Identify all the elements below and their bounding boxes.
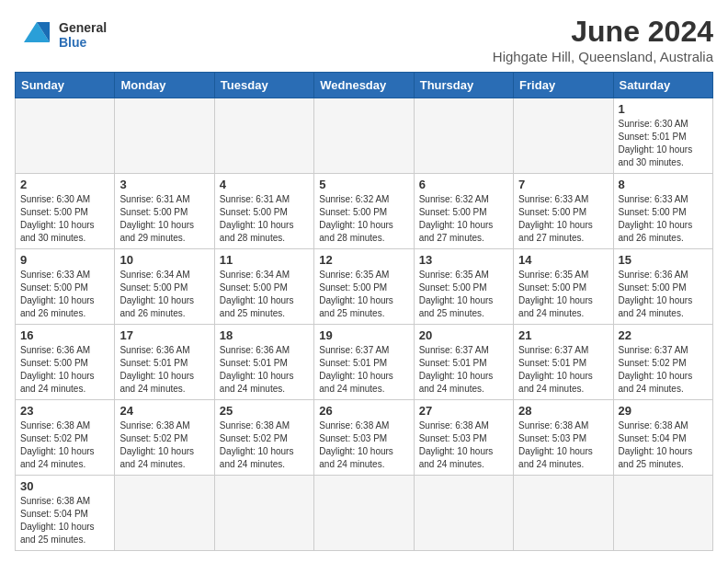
day-cell: 10Sunrise: 6:34 AM Sunset: 5:00 PM Dayli… (115, 249, 214, 325)
day-info: Sunrise: 6:38 AM Sunset: 5:02 PM Dayligh… (20, 419, 109, 471)
day-number: 16 (20, 328, 109, 342)
day-number: 22 (619, 328, 708, 342)
day-cell: 14Sunrise: 6:35 AM Sunset: 5:00 PM Dayli… (514, 249, 613, 325)
day-info: Sunrise: 6:37 AM Sunset: 5:01 PM Dayligh… (518, 344, 608, 396)
day-cell: 15Sunrise: 6:36 AM Sunset: 5:00 PM Dayli… (613, 249, 712, 325)
day-cell: 25Sunrise: 6:38 AM Sunset: 5:02 PM Dayli… (214, 400, 313, 476)
header-cell-friday: Friday (514, 73, 613, 98)
day-info: Sunrise: 6:35 AM Sunset: 5:00 PM Dayligh… (319, 269, 408, 320)
logo: GeneralBlue (15, 15, 107, 55)
week-row-2: 2Sunrise: 6:30 AM Sunset: 5:00 PM Daylig… (16, 174, 713, 249)
day-cell: 1Sunrise: 6:30 AM Sunset: 5:01 PM Daylig… (613, 98, 712, 174)
week-row-5: 23Sunrise: 6:38 AM Sunset: 5:02 PM Dayli… (16, 400, 713, 476)
day-cell: 13Sunrise: 6:35 AM Sunset: 5:00 PM Dayli… (414, 249, 513, 325)
day-number: 17 (119, 328, 209, 342)
week-row-6: 30Sunrise: 6:38 AM Sunset: 5:04 PM Dayli… (16, 476, 713, 551)
day-cell (16, 98, 115, 174)
day-info: Sunrise: 6:38 AM Sunset: 5:02 PM Dayligh… (119, 419, 209, 471)
day-info: Sunrise: 6:38 AM Sunset: 5:04 PM Dayligh… (20, 495, 109, 546)
day-cell: 27Sunrise: 6:38 AM Sunset: 5:03 PM Dayli… (414, 400, 513, 476)
day-info: Sunrise: 6:30 AM Sunset: 5:01 PM Dayligh… (619, 118, 708, 169)
logo-graphic (15, 15, 55, 55)
day-cell (115, 98, 214, 174)
day-cell: 23Sunrise: 6:38 AM Sunset: 5:02 PM Dayli… (16, 400, 115, 476)
day-number: 7 (518, 178, 608, 191)
day-number: 6 (419, 178, 508, 191)
day-cell (214, 476, 313, 551)
day-info: Sunrise: 6:36 AM Sunset: 5:01 PM Dayligh… (220, 344, 309, 396)
day-cell: 20Sunrise: 6:37 AM Sunset: 5:01 PM Dayli… (414, 325, 513, 400)
day-number: 11 (220, 253, 309, 267)
day-info: Sunrise: 6:36 AM Sunset: 5:00 PM Dayligh… (20, 344, 109, 396)
calendar-header-row: SundayMondayTuesdayWednesdayThursdayFrid… (16, 73, 713, 98)
day-cell: 3Sunrise: 6:31 AM Sunset: 5:00 PM Daylig… (115, 174, 214, 249)
day-number: 18 (220, 328, 309, 342)
day-info: Sunrise: 6:30 AM Sunset: 5:00 PM Dayligh… (20, 193, 109, 245)
day-cell (514, 476, 613, 551)
day-number: 12 (319, 253, 408, 267)
day-cell: 9Sunrise: 6:33 AM Sunset: 5:00 PM Daylig… (16, 249, 115, 325)
day-info: Sunrise: 6:37 AM Sunset: 5:01 PM Dayligh… (419, 344, 508, 396)
day-info: Sunrise: 6:33 AM Sunset: 5:00 PM Dayligh… (518, 193, 608, 245)
day-number: 26 (319, 404, 408, 418)
day-cell (314, 98, 414, 174)
header-cell-tuesday: Tuesday (214, 73, 313, 98)
day-number: 10 (119, 253, 209, 267)
day-info: Sunrise: 6:32 AM Sunset: 5:00 PM Dayligh… (319, 193, 408, 245)
day-cell: 5Sunrise: 6:32 AM Sunset: 5:00 PM Daylig… (314, 174, 414, 249)
day-cell (613, 476, 712, 551)
day-cell: 24Sunrise: 6:38 AM Sunset: 5:02 PM Dayli… (115, 400, 214, 476)
day-number: 19 (319, 328, 408, 342)
day-info: Sunrise: 6:38 AM Sunset: 5:02 PM Dayligh… (220, 419, 309, 471)
calendar-subtitle: Highgate Hill, Queensland, Australia (493, 49, 713, 64)
day-number: 13 (419, 253, 508, 267)
day-number: 20 (419, 328, 508, 342)
day-number: 8 (619, 178, 708, 191)
day-info: Sunrise: 6:38 AM Sunset: 5:03 PM Dayligh… (319, 419, 408, 471)
day-cell: 29Sunrise: 6:38 AM Sunset: 5:04 PM Dayli… (613, 400, 712, 476)
day-cell (414, 98, 513, 174)
day-cell: 18Sunrise: 6:36 AM Sunset: 5:01 PM Dayli… (214, 325, 313, 400)
title-block: June 2024 Highgate Hill, Queensland, Aus… (493, 15, 713, 64)
day-info: Sunrise: 6:38 AM Sunset: 5:04 PM Dayligh… (619, 419, 708, 471)
day-number: 2 (20, 178, 109, 191)
day-cell: 19Sunrise: 6:37 AM Sunset: 5:01 PM Dayli… (314, 325, 414, 400)
day-info: Sunrise: 6:37 AM Sunset: 5:02 PM Dayligh… (619, 344, 708, 396)
day-cell (314, 476, 414, 551)
day-number: 29 (619, 404, 708, 418)
day-info: Sunrise: 6:35 AM Sunset: 5:00 PM Dayligh… (518, 269, 608, 320)
day-number: 28 (518, 404, 608, 418)
day-info: Sunrise: 6:34 AM Sunset: 5:00 PM Dayligh… (220, 269, 309, 320)
day-info: Sunrise: 6:35 AM Sunset: 5:00 PM Dayligh… (419, 269, 508, 320)
day-cell (115, 476, 214, 551)
week-row-4: 16Sunrise: 6:36 AM Sunset: 5:00 PM Dayli… (16, 325, 713, 400)
page-container: GeneralBlue June 2024 Highgate Hill, Que… (15, 15, 713, 551)
calendar-title: June 2024 (493, 15, 713, 49)
day-number: 27 (419, 404, 508, 418)
day-number: 30 (20, 479, 109, 493)
day-info: Sunrise: 6:33 AM Sunset: 5:00 PM Dayligh… (20, 269, 109, 320)
header-cell-monday: Monday (115, 73, 214, 98)
day-cell: 21Sunrise: 6:37 AM Sunset: 5:01 PM Dayli… (514, 325, 613, 400)
day-number: 24 (119, 404, 209, 418)
day-info: Sunrise: 6:38 AM Sunset: 5:03 PM Dayligh… (419, 419, 508, 471)
day-number: 3 (119, 178, 209, 191)
day-cell: 26Sunrise: 6:38 AM Sunset: 5:03 PM Dayli… (314, 400, 414, 476)
day-info: Sunrise: 6:33 AM Sunset: 5:00 PM Dayligh… (619, 193, 708, 245)
day-cell: 4Sunrise: 6:31 AM Sunset: 5:00 PM Daylig… (214, 174, 313, 249)
header-cell-sunday: Sunday (16, 73, 115, 98)
day-cell: 17Sunrise: 6:36 AM Sunset: 5:01 PM Dayli… (115, 325, 214, 400)
day-number: 14 (518, 253, 608, 267)
day-number: 25 (220, 404, 309, 418)
day-cell: 28Sunrise: 6:38 AM Sunset: 5:03 PM Dayli… (514, 400, 613, 476)
day-number: 23 (20, 404, 109, 418)
day-info: Sunrise: 6:32 AM Sunset: 5:00 PM Dayligh… (419, 193, 508, 245)
day-number: 21 (518, 328, 608, 342)
day-cell: 2Sunrise: 6:30 AM Sunset: 5:00 PM Daylig… (16, 174, 115, 249)
day-info: Sunrise: 6:31 AM Sunset: 5:00 PM Dayligh… (119, 193, 209, 245)
header-cell-wednesday: Wednesday (314, 73, 414, 98)
day-cell: 12Sunrise: 6:35 AM Sunset: 5:00 PM Dayli… (314, 249, 414, 325)
day-number: 5 (319, 178, 408, 191)
day-info: Sunrise: 6:31 AM Sunset: 5:00 PM Dayligh… (220, 193, 309, 245)
day-cell (514, 98, 613, 174)
